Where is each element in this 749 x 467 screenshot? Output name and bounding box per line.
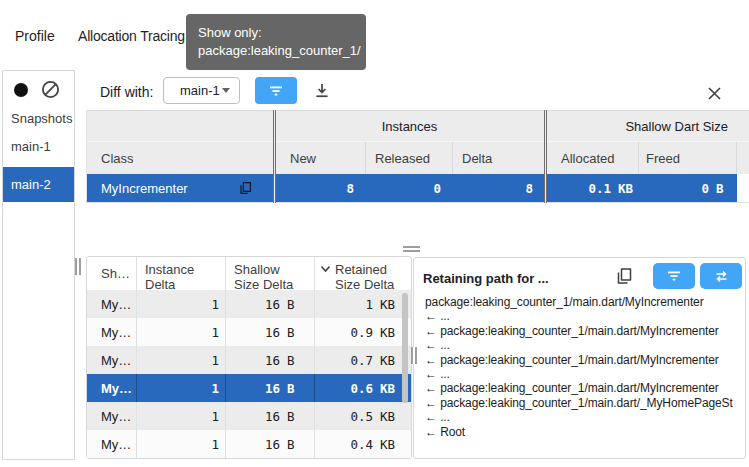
col-header-shallow-size-delta[interactable]: ShallowSize Delta bbox=[226, 257, 315, 290]
vertical-splitter-handle[interactable] bbox=[75, 258, 81, 275]
col-header-new[interactable]: New bbox=[274, 142, 366, 174]
scrollbar-thumb[interactable] bbox=[402, 293, 408, 403]
retaining-path-list: package:leaking_counter_1/main.dart/MyIn… bbox=[425, 295, 745, 439]
sidebar-item-main-2[interactable]: main-2 bbox=[3, 167, 74, 202]
copy-icon[interactable] bbox=[616, 267, 633, 285]
tooltip-line1: Show only: bbox=[198, 24, 354, 42]
snapshots-sidebar: Snapshots main-1 main-2 bbox=[2, 70, 75, 460]
cell-freed: 0B bbox=[639, 174, 737, 202]
col-header-released[interactable]: Released bbox=[366, 142, 453, 174]
table-row[interactable]: My… 1 16B 1KB bbox=[87, 290, 411, 318]
group-divider bbox=[544, 110, 547, 203]
path-line: ← ... bbox=[425, 410, 745, 424]
path-line: ← package:leaking_counter_1/main.dart/My… bbox=[425, 381, 745, 395]
snapshots-header: Snapshots bbox=[11, 111, 72, 126]
close-button[interactable] bbox=[700, 80, 728, 106]
copy-icon[interactable] bbox=[239, 181, 252, 195]
group-divider bbox=[273, 110, 276, 203]
col-header-class[interactable]: Class bbox=[87, 142, 274, 174]
table-row[interactable]: My… 1 16B 0.5KB bbox=[87, 402, 411, 430]
diff-with-label: Diff with: bbox=[100, 84, 153, 100]
vertical-splitter-handle[interactable] bbox=[411, 347, 417, 364]
retaining-path-title: Retaining path for ... bbox=[423, 271, 549, 286]
table-row[interactable]: My… 1 16B 0.4KB bbox=[87, 430, 411, 458]
clear-snapshots-icon[interactable] bbox=[41, 80, 60, 99]
group-header-shallow-dart-size: Shallow Dart Size bbox=[545, 111, 737, 141]
download-button[interactable] bbox=[308, 78, 336, 104]
table-row-selected[interactable]: My… 1 16B 0.6KB bbox=[87, 374, 411, 402]
filter-button[interactable] bbox=[653, 263, 695, 289]
cell-released: 0 bbox=[366, 174, 453, 202]
swap-arrows-icon bbox=[714, 270, 729, 283]
col-header-freed[interactable]: Freed bbox=[639, 142, 737, 174]
filter-icon bbox=[666, 269, 682, 283]
horizontal-splitter-handle[interactable] bbox=[403, 246, 420, 252]
path-line: ← ... bbox=[425, 309, 745, 323]
record-snapshot-icon[interactable] bbox=[12, 81, 30, 99]
tab-allocation-tracing[interactable]: Allocation Tracing bbox=[78, 28, 185, 44]
path-line: package:leaking_counter_1/main.dart/MyIn… bbox=[425, 295, 745, 309]
col-header-retained-size-delta[interactable]: RetainedSize Delta bbox=[315, 257, 411, 290]
classes-table: Sh… InstanceDelta ShallowSize Delta Reta… bbox=[86, 256, 412, 459]
cell-delta: 8 bbox=[453, 174, 545, 202]
show-only-tooltip: Show only: package:leaking_counter_1/ bbox=[186, 14, 366, 70]
swap-direction-button[interactable] bbox=[700, 263, 742, 289]
path-line: ← package:leaking_counter_1/main.dart/_M… bbox=[425, 396, 745, 410]
path-line: ← package:leaking_counter_1/main.dart/My… bbox=[425, 324, 745, 338]
tab-profile[interactable]: Profile bbox=[15, 28, 55, 44]
col-header-sh[interactable]: Sh… bbox=[87, 257, 137, 290]
col-header-instance-delta[interactable]: InstanceDelta bbox=[137, 257, 226, 290]
path-line: ← package:leaking_counter_1/main.dart/My… bbox=[425, 353, 745, 367]
class-name: MyIncrementer bbox=[101, 181, 188, 196]
path-line: ← ... bbox=[425, 367, 745, 381]
col-header-allocated[interactable]: Allocated bbox=[545, 142, 639, 174]
download-icon bbox=[313, 82, 331, 100]
group-header-instances: Instances bbox=[274, 111, 545, 141]
col-header-delta[interactable]: Delta bbox=[453, 142, 545, 174]
cell-allocated: 0.1KB bbox=[545, 174, 639, 202]
tooltip-line2: package:leaking_counter_1/ bbox=[198, 42, 354, 60]
retaining-path-panel: Retaining path for ... package:leaking_c… bbox=[413, 257, 746, 459]
sort-descending-icon bbox=[320, 265, 331, 273]
table-row[interactable]: My… 1 16B 0.7KB bbox=[87, 346, 411, 374]
table-row[interactable]: My… 1 16B 0.9KB bbox=[87, 318, 411, 346]
path-line: ← Root bbox=[425, 425, 745, 439]
dropdown-arrow-icon bbox=[222, 88, 230, 93]
diff-with-dropdown[interactable]: main-1 bbox=[163, 77, 240, 104]
filter-button[interactable] bbox=[255, 77, 297, 104]
sidebar-item-main-1[interactable]: main-1 bbox=[3, 130, 74, 163]
close-icon bbox=[707, 86, 722, 101]
class-row-myincrementer[interactable]: MyIncrementer 8 0 8 0.1KB 0B bbox=[87, 174, 749, 203]
diff-summary-table: Instances Shallow Dart Size Class New Re… bbox=[86, 110, 749, 203]
filter-icon bbox=[268, 84, 284, 98]
cell-new: 8 bbox=[274, 174, 366, 202]
path-line: ← ... bbox=[425, 338, 745, 352]
